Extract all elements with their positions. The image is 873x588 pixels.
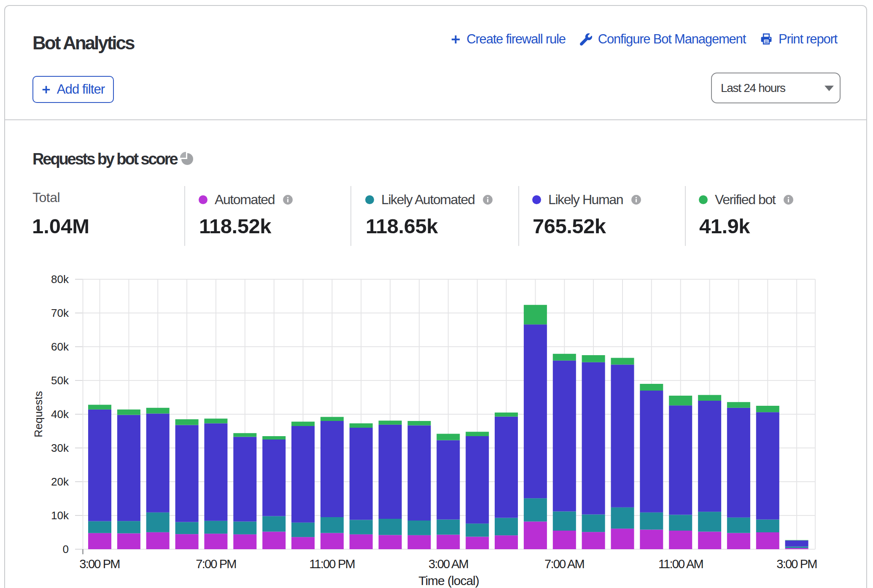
svg-text:60k: 60k (51, 340, 69, 353)
svg-text:3:00 PM: 3:00 PM (776, 557, 816, 571)
svg-text:11:00 AM: 11:00 AM (658, 557, 703, 571)
svg-text:80k: 80k (51, 273, 69, 286)
svg-text:7:00 AM: 7:00 AM (544, 557, 584, 571)
svg-text:20k: 20k (51, 475, 69, 488)
svg-text:Requests: Requests (32, 391, 45, 437)
svg-text:70k: 70k (51, 307, 69, 319)
svg-text:10k: 10k (51, 509, 69, 522)
svg-text:7:00 PM: 7:00 PM (196, 557, 236, 571)
svg-text:11:00 PM: 11:00 PM (309, 557, 355, 571)
svg-text:3:00 PM: 3:00 PM (79, 557, 119, 571)
svg-text:Time (local): Time (local) (418, 574, 479, 588)
svg-text:50k: 50k (51, 374, 69, 387)
svg-text:3:00 AM: 3:00 AM (428, 557, 468, 571)
svg-text:30k: 30k (51, 442, 69, 454)
svg-text:40k: 40k (51, 408, 69, 421)
svg-text:0: 0 (63, 543, 69, 556)
